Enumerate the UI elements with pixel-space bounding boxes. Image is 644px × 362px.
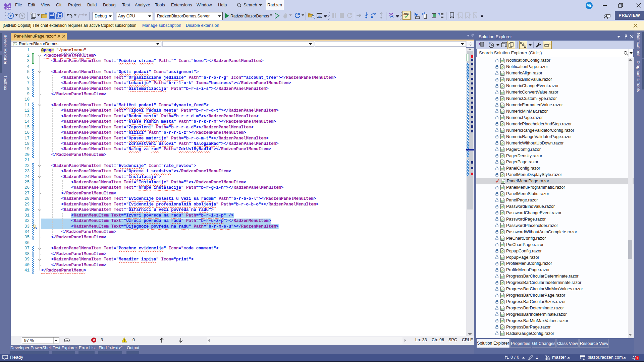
svg-text:?: ? bbox=[438, 13, 440, 16]
svg-text:PRE: PRE bbox=[7, 7, 11, 10]
svg-text:C#: C# bbox=[14, 43, 17, 46]
svg-text:abc: abc bbox=[404, 12, 409, 16]
